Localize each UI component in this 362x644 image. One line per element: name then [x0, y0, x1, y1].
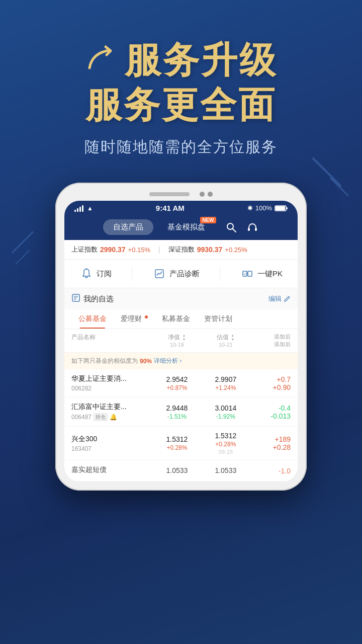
fund-est-change-1: +1.24%: [201, 384, 250, 391]
action-divider-2: [220, 267, 220, 281]
col-add-label-2: 添加后: [250, 341, 291, 348]
phone-dot-2: [208, 192, 213, 197]
tab-wealth-dot: [145, 315, 148, 318]
fund-est-change-2: -1.92%: [201, 413, 250, 420]
fund-nav-change-1: +0.87%: [152, 384, 201, 391]
fund-add-value2-3: +0.28: [250, 443, 291, 451]
col-header-add: 添加后 添加后: [250, 333, 291, 348]
hero-subtitle: 随时随地随需的全方位服务: [0, 137, 362, 157]
col-name-label: 产品名称: [71, 334, 96, 341]
ticker-shenzhen-label: 深证指数: [168, 245, 195, 254]
table-row[interactable]: 汇添富中证主要... 006487 持仓 🔔 2.9448 -1.51% 3.0…: [64, 397, 298, 427]
ticker-shenzhen-change: +0.25%: [225, 246, 247, 254]
col-add-label-1: 添加后: [250, 333, 291, 341]
table-row[interactable]: 兴全300 163407 1.5312 +0.28% 1.5312 +0.28%…: [64, 427, 298, 460]
nav-tab-fund-sim[interactable]: 基金模拟盘 NEW: [157, 219, 215, 235]
ticker-shenzhen-value: 9930.37: [197, 246, 223, 254]
ticker-shanghai-change: +0.15%: [128, 246, 150, 254]
tab-asset-mgmt-label: 资管计划: [204, 314, 232, 323]
col-est-date: 10-21: [219, 342, 233, 348]
phone-top-bar: [64, 192, 298, 197]
phone-nav-icons: [224, 220, 259, 234]
svg-rect-5: [248, 228, 250, 231]
edit-icon: [284, 295, 291, 302]
fund-name-col-2: 汇添富中证主要... 006487 持仓 🔔: [71, 403, 152, 421]
fund-code-text-2: 006487: [71, 414, 92, 421]
edit-label: 编辑: [268, 294, 282, 303]
signal-bar-4: [82, 205, 83, 212]
edit-button[interactable]: 编辑: [268, 294, 291, 303]
fund-est-col-2: 3.0014 -1.92%: [201, 404, 250, 420]
tab-asset-mgmt[interactable]: 资管计划: [197, 309, 239, 329]
col-header-name: 产品名称: [71, 333, 152, 348]
fund-name-4: 嘉实超短债: [71, 465, 152, 474]
similarity-detail-link[interactable]: 详细分析 ›: [154, 357, 182, 365]
fund-nav-value-1: 2.9542: [152, 375, 201, 383]
ticker-bar: 上证指数 2990.37 +0.15% | 深证指数 9930.37 +0.25…: [64, 240, 298, 260]
nav-tab-fund-sim-label: 基金模拟盘: [167, 222, 205, 231]
sort-up: ▲: [182, 334, 186, 337]
nav-tab-watchlist-label: 自选产品: [113, 222, 143, 231]
phone-screen: ▲ 9:41 AM ✱ 100% 自选产品: [64, 201, 298, 481]
tab-wealth-label: 爱理财: [121, 314, 142, 323]
phone-mockup: ▲ 9:41 AM ✱ 100% 自选产品: [55, 183, 307, 491]
fund-add-col-3: +189 +0.28: [250, 435, 291, 451]
fund-add-value-2: -0.4: [250, 404, 291, 412]
diagnose-label: 产品诊断: [169, 269, 200, 279]
pk-label: 一键PK: [257, 269, 283, 279]
fund-est-value-3: 1.5312: [201, 432, 250, 440]
status-right: ✱ 100%: [247, 204, 288, 212]
status-left: ▲: [74, 205, 93, 212]
battery-icon: [275, 205, 288, 212]
fund-nav-change-3: +0.28%: [152, 444, 201, 451]
fund-nav-value-4: 1.0533: [152, 466, 201, 474]
col-est-label: 估值: [217, 333, 229, 342]
fund-add-col-1: +0.7 +0.90: [250, 375, 291, 391]
fund-code-2: 006487 持仓 🔔: [71, 413, 152, 421]
fund-tag-hold: 持仓: [94, 413, 108, 421]
phone-container: ▲ 9:41 AM ✱ 100% 自选产品: [0, 183, 362, 491]
col-header-nav[interactable]: 净值 ▲ ▼ 10-18: [152, 333, 201, 348]
status-bar: ▲ 9:41 AM ✱ 100%: [64, 201, 298, 215]
svg-rect-2: [287, 207, 288, 209]
search-icon[interactable]: [224, 220, 238, 234]
fund-add-value2-1: +0.90: [250, 383, 291, 391]
fund-add-value-1: +0.7: [250, 375, 291, 383]
tab-wealth[interactable]: 爱理财: [114, 309, 155, 329]
similarity-text-before: 如下两只基金的相似度为: [71, 357, 138, 365]
fund-est-col-3: 1.5312 +0.28% 09-18: [201, 432, 250, 455]
fund-name-3: 兴全300: [71, 435, 152, 444]
col-header-est[interactable]: 估值 ▲ ▼ 10-21: [201, 333, 250, 348]
fund-est-value-4: 1.0533: [201, 466, 250, 474]
fund-name-col-1: 华夏上证主要消... 006282: [71, 374, 152, 392]
nav-sort-arrows: ▲ ▼: [182, 334, 186, 341]
tab-public-fund[interactable]: 公募基金: [71, 309, 114, 329]
ticker-shanghai-label: 上证指数: [71, 245, 98, 254]
subscribe-button[interactable]: 订阅: [79, 267, 112, 281]
tab-private-fund[interactable]: 私募基金: [155, 309, 197, 329]
phone-dot-1: [200, 192, 205, 197]
table-row[interactable]: 嘉实超短债 1.0533 1.0533 -1.0: [64, 460, 298, 481]
table-row[interactable]: 华夏上证主要消... 006282 2.9542 +0.87% 2.9907 +…: [64, 369, 298, 397]
fund-bell-icon[interactable]: 🔔: [110, 414, 117, 421]
fund-tabs: 公募基金 爱理财 私募基金 资管计划: [64, 309, 298, 329]
watchlist-header: 我的自选 编辑: [64, 288, 298, 309]
sort-up-2: ▲: [231, 334, 234, 337]
fund-add-value-4: -1.0: [250, 467, 291, 475]
fund-name-2: 汇添富中证主要...: [71, 403, 152, 412]
fund-code-text-3: 163407: [71, 445, 92, 452]
pk-button[interactable]: VS 一键PK: [240, 267, 283, 281]
subscribe-label: 订阅: [97, 269, 112, 279]
tab-public-fund-label: 公募基金: [78, 314, 107, 323]
diagnose-button[interactable]: 产品诊断: [152, 267, 200, 281]
ticker-divider: |: [158, 246, 160, 254]
fund-code-1: 006282: [71, 385, 152, 392]
fund-nav-change-2: -1.51%: [152, 413, 201, 420]
hero-title-2: 服务更全面: [0, 85, 362, 125]
svg-line-4: [232, 228, 236, 232]
nav-tab-watchlist[interactable]: 自选产品: [103, 219, 153, 235]
fund-add-col-4: -1.0: [250, 467, 291, 475]
hero-title-1: 服务升级: [125, 40, 278, 80]
table-header: 产品名称 净值 ▲ ▼ 10-18: [64, 329, 298, 353]
headset-icon[interactable]: [245, 220, 259, 234]
